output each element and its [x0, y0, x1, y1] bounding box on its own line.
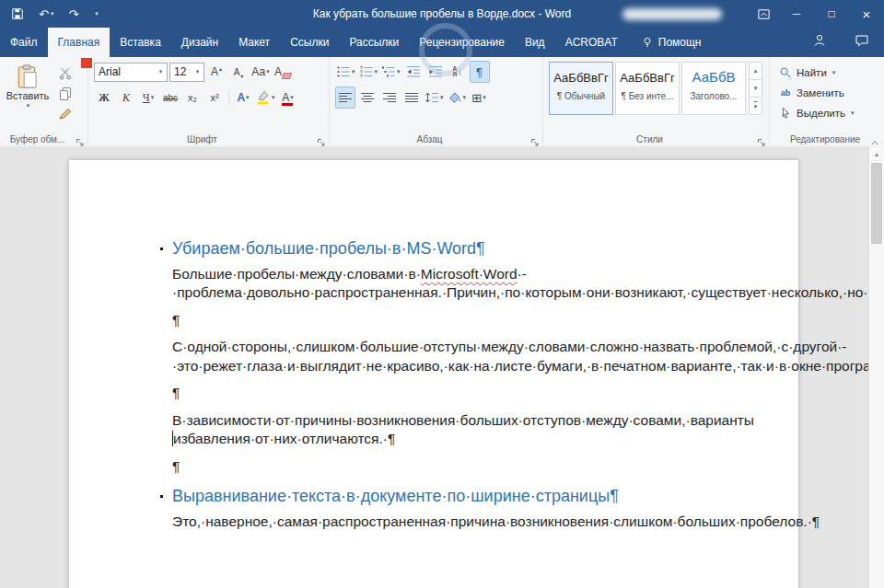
- scrollbar-thumb[interactable]: [871, 163, 882, 244]
- clipboard-dialog-launcher[interactable]: [76, 134, 85, 144]
- sort-icon: АЯ ↓: [452, 66, 461, 77]
- style-card[interactable]: АаБбВвГг¶ Обычный: [549, 62, 613, 115]
- increase-indent-button[interactable]: [425, 61, 446, 83]
- style-card[interactable]: АаБбВЗаголово...: [681, 62, 746, 115]
- cut-button[interactable]: [55, 65, 76, 82]
- heading-paragraph[interactable]: Убираем·большие·пробелы·в·MS·Word¶: [172, 239, 706, 259]
- share-comments-button[interactable]: [855, 33, 869, 52]
- pilcrow-mark: ¶: [172, 458, 180, 474]
- font-name-value: Arial: [95, 65, 155, 78]
- font-dialog-launcher[interactable]: [317, 134, 326, 144]
- undo-button[interactable]: ↶ ▾: [39, 7, 53, 21]
- style-card[interactable]: АаБбВвГг¶ Без инте...: [615, 62, 680, 115]
- scroll-up-button[interactable]: ▲: [869, 146, 884, 161]
- styles-more-button[interactable]: ▾: [749, 98, 762, 115]
- text-run: С·одной·стороны,·слишком·большие·отступы…: [172, 339, 884, 374]
- show-formatting-marks-button[interactable]: ¶: [470, 61, 490, 83]
- tell-me-assistant[interactable]: Помощн: [632, 28, 711, 57]
- highlight-button[interactable]: ▾: [255, 86, 276, 109]
- sign-in-button[interactable]: [812, 33, 827, 52]
- heading-paragraph[interactable]: Выравнивание·текста·в·документе·по·ширин…: [172, 487, 706, 506]
- subscript-button[interactable]: х₂: [182, 86, 203, 109]
- paragraph[interactable]: С·одной·стороны,·слишком·большие·отступы…: [172, 338, 706, 375]
- italic-button[interactable]: К: [116, 86, 136, 109]
- ribbon-display-options-button[interactable]: [748, 0, 779, 28]
- undo-dropdown-icon: ▾: [51, 10, 54, 17]
- bullets-button[interactable]: ▾: [335, 61, 356, 83]
- font-name-combobox[interactable]: Arial ▾: [94, 63, 168, 82]
- styles-scroll-down-button[interactable]: ▾: [749, 80, 762, 98]
- editing-group-label: Редактирование: [770, 134, 880, 144]
- replace-button[interactable]: ab Заменить: [779, 85, 875, 101]
- collapse-ribbon-button[interactable]: [869, 134, 880, 144]
- numbering-button[interactable]: ▾: [358, 61, 379, 83]
- line-spacing-icon: [425, 90, 439, 105]
- styles-dialog-launcher[interactable]: [757, 134, 766, 144]
- paragraph[interactable]: В·зависимости·от·причины·возникновения·б…: [172, 411, 706, 449]
- align-center-button[interactable]: [357, 86, 378, 109]
- tab-ACROBAT[interactable]: ACROBAT: [555, 28, 628, 57]
- font-name-dropdown-icon: ▾: [155, 68, 167, 75]
- change-case-button[interactable]: Аа▾: [250, 61, 271, 83]
- tab-Вид[interactable]: Вид: [515, 28, 555, 57]
- grow-font-button[interactable]: А▴: [206, 61, 227, 83]
- font-color-letter: А: [282, 91, 289, 104]
- magnifier-icon: [779, 66, 792, 79]
- bold-button[interactable]: Ж: [94, 86, 114, 109]
- paragraph[interactable]: ¶: [172, 311, 706, 330]
- tab-Вставка[interactable]: Вставка: [110, 28, 171, 57]
- align-left-button[interactable]: [335, 86, 355, 109]
- borders-button[interactable]: ⊞ ▾: [469, 86, 489, 109]
- pilcrow-mark: ¶: [388, 431, 395, 446]
- justify-button[interactable]: [401, 86, 422, 109]
- multilevel-list-button[interactable]: ▾: [380, 61, 401, 83]
- tab-Главная[interactable]: Главная: [48, 28, 110, 57]
- tab-Дизайн[interactable]: Дизайн: [171, 28, 228, 57]
- comment-icon: [855, 33, 869, 48]
- shading-button[interactable]: ▾: [447, 86, 468, 109]
- paragraph[interactable]: Большие·пробелы·между·словами·в·Microsof…: [172, 265, 706, 303]
- minimize-button[interactable]: ─: [779, 0, 814, 28]
- tab-Рецензирование[interactable]: Рецензирование: [409, 28, 515, 57]
- close-button[interactable]: ×: [849, 0, 884, 28]
- tab-Макет[interactable]: Макет: [228, 28, 280, 57]
- tab-Ссылки[interactable]: Ссылки: [280, 28, 339, 57]
- superscript-button[interactable]: х²: [204, 86, 225, 109]
- decrease-indent-button[interactable]: [403, 61, 424, 83]
- paragraph[interactable]: ¶: [172, 384, 706, 403]
- format-painter-button[interactable]: [55, 106, 76, 122]
- document-page[interactable]: Убираем·большие·пробелы·в·MS·Word¶Больши…: [69, 160, 798, 588]
- font-color-button[interactable]: А▾: [278, 86, 298, 109]
- shrink-icon: ▾: [240, 73, 243, 79]
- redo-button[interactable]: ↷: [68, 7, 78, 21]
- save-button[interactable]: [11, 7, 24, 20]
- tab-Рассылки[interactable]: Рассылки: [339, 28, 409, 57]
- find-button[interactable]: Найти ▾: [779, 64, 875, 81]
- shrink-font-button[interactable]: А▾: [228, 61, 249, 83]
- replace-label: Заменить: [797, 87, 844, 98]
- lightbulb-icon: [641, 36, 654, 49]
- text-effects-button[interactable]: А▾: [233, 86, 253, 109]
- styles-scroll-up-button[interactable]: ▴: [749, 62, 762, 80]
- clipboard-icon: [17, 64, 39, 89]
- line-spacing-button[interactable]: ▾: [424, 86, 445, 109]
- change-case-dropdown-icon: ▾: [266, 68, 270, 75]
- qat-customize-button[interactable]: ▾: [95, 10, 99, 17]
- maximize-button[interactable]: □: [814, 0, 849, 28]
- tab-Файл[interactable]: Файл: [0, 28, 48, 57]
- copy-button[interactable]: [55, 86, 76, 102]
- paragraph-dialog-launcher[interactable]: [530, 134, 540, 144]
- select-button[interactable]: Выделить ▾: [779, 105, 875, 121]
- vertical-scrollbar[interactable]: ▲: [868, 146, 884, 588]
- align-right-button[interactable]: [379, 86, 400, 109]
- clear-formatting-button[interactable]: А: [273, 61, 293, 83]
- font-size-dropdown-icon: ▾: [192, 68, 204, 75]
- paragraph[interactable]: ¶: [172, 457, 706, 477]
- paste-button[interactable]: Вставить ▾: [2, 59, 53, 122]
- font-size-combobox[interactable]: 12 ▾: [169, 63, 204, 82]
- paragraph[interactable]: Это,·наверное,·самая·распространенная·пр…: [172, 513, 706, 532]
- underline-button[interactable]: Ч▾: [138, 86, 158, 109]
- sort-button[interactable]: АЯ ↓: [448, 61, 468, 83]
- strikethrough-button[interactable]: abc: [160, 86, 180, 109]
- heading-style-marker: [160, 248, 163, 250]
